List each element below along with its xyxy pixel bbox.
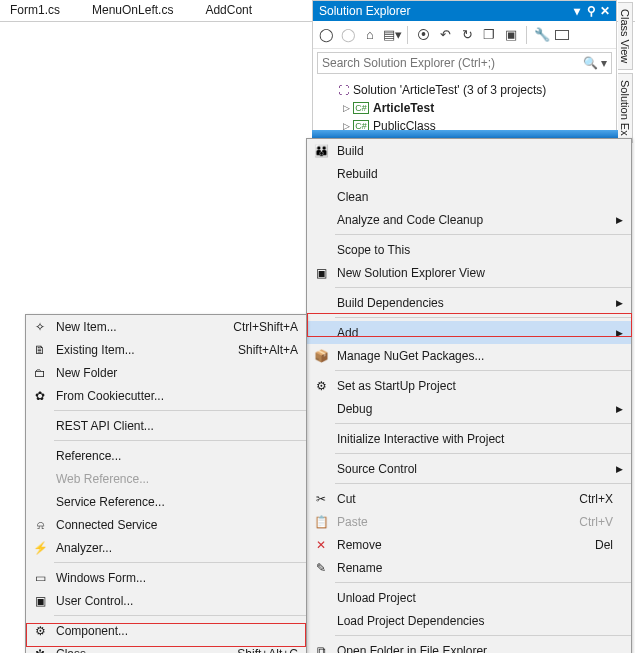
menu-new-item[interactable]: ✧New Item...Ctrl+Shift+A [26, 315, 306, 338]
side-tab-classview[interactable]: Class View [618, 2, 633, 70]
side-tabs: Class View Solution Ex [618, 2, 634, 146]
expand-icon[interactable]: ▷ [343, 103, 353, 113]
pin-icon[interactable]: ⚲ [584, 4, 598, 18]
project-articletest[interactable]: ▷ C# ArticleTest [317, 99, 614, 117]
sync-icon[interactable]: ⦿ [414, 26, 432, 44]
tree-selection-highlight [312, 130, 632, 138]
menu-class[interactable]: ✼Class...Shift+Alt+C [26, 642, 306, 653]
menu-init-interactive[interactable]: Initialize Interactive with Project [307, 427, 631, 450]
tab-addcont[interactable]: AddCont [195, 0, 274, 21]
component-icon: ⚙ [26, 624, 54, 638]
menu-open-folder[interactable]: ⧉Open Folder in File Explorer [307, 639, 631, 653]
class-icon: ✼ [26, 647, 54, 654]
menu-cookiecutter[interactable]: ✿From Cookiecutter... [26, 384, 306, 407]
project-context-menu: 👪Build Rebuild Clean Analyze and Code Cl… [306, 138, 632, 653]
menu-paste: 📋PasteCtrl+V [307, 510, 631, 533]
rename-icon: ✎ [307, 561, 335, 575]
menu-rebuild[interactable]: Rebuild [307, 162, 631, 185]
show-all-icon[interactable]: ▣ [502, 26, 520, 44]
cookiecutter-icon: ✿ [26, 389, 54, 403]
close-icon[interactable]: ✕ [598, 4, 612, 18]
refresh2-icon[interactable]: ↻ [458, 26, 476, 44]
menu-scope[interactable]: Scope to This [307, 238, 631, 261]
search-icon[interactable]: 🔍 ▾ [583, 56, 607, 70]
solution-icon: ⛶ [335, 83, 351, 97]
solution-explorer-search[interactable]: 🔍 ▾ [317, 52, 612, 74]
switch-view-icon[interactable]: ▤▾ [383, 26, 401, 44]
menu-debug[interactable]: Debug▶ [307, 397, 631, 420]
menu-build-deps[interactable]: Build Dependencies▶ [307, 291, 631, 314]
existing-item-icon: 🗎 [26, 343, 54, 357]
tab-menuonleft[interactable]: MenuOnLeft.cs [82, 0, 195, 21]
refresh-icon[interactable]: ↶ [436, 26, 454, 44]
form-icon: ▭ [26, 571, 54, 585]
menu-load-deps[interactable]: Load Project Dependencies [307, 609, 631, 632]
add-submenu: ✧New Item...Ctrl+Shift+A 🗎Existing Item.… [25, 314, 307, 653]
solution-node[interactable]: ⛶ Solution 'ArticleTest' (3 of 3 project… [317, 81, 614, 99]
new-view-icon: ▣ [307, 266, 335, 280]
window-menu-icon[interactable]: ▾ [570, 4, 584, 18]
menu-user-control[interactable]: ▣User Control... [26, 589, 306, 612]
analyzer-icon: ⚡ [26, 541, 54, 555]
solution-explorer-titlebar: Solution Explorer ▾ ⚲ ✕ [313, 1, 616, 21]
menu-service-reference[interactable]: Service Reference... [26, 490, 306, 513]
menu-connected-service[interactable]: ⍾Connected Service [26, 513, 306, 536]
menu-analyzer[interactable]: ⚡Analyzer... [26, 536, 306, 559]
menu-startup[interactable]: ⚙Set as StartUp Project [307, 374, 631, 397]
side-tab-solution[interactable]: Solution Ex [618, 73, 633, 143]
menu-unload[interactable]: Unload Project [307, 586, 631, 609]
new-item-icon: ✧ [26, 320, 54, 334]
home-icon[interactable]: ⌂ [361, 26, 379, 44]
menu-component[interactable]: ⚙Component... [26, 619, 306, 642]
collapse-icon[interactable]: ❐ [480, 26, 498, 44]
menu-cut[interactable]: ✂CutCtrl+X [307, 487, 631, 510]
cut-icon: ✂ [307, 492, 335, 506]
search-input[interactable] [322, 56, 583, 70]
menu-nuget[interactable]: 📦Manage NuGet Packages... [307, 344, 631, 367]
project-label: ArticleTest [373, 101, 434, 115]
new-folder-icon: 🗀 [26, 366, 54, 380]
startup-icon: ⚙ [307, 379, 335, 393]
menu-remove[interactable]: ✕RemoveDel [307, 533, 631, 556]
menu-windows-form[interactable]: ▭Windows Form... [26, 566, 306, 589]
solution-explorer-panel: Solution Explorer ▾ ⚲ ✕ ◯ ◯ ⌂ ▤▾ ⦿ ↶ ↻ ❐… [312, 0, 617, 142]
menu-rest-client[interactable]: REST API Client... [26, 414, 306, 437]
menu-existing-item[interactable]: 🗎Existing Item...Shift+Alt+A [26, 338, 306, 361]
menu-clean[interactable]: Clean [307, 185, 631, 208]
csharp-project-icon: C# [353, 102, 369, 114]
nuget-icon: 📦 [307, 349, 335, 363]
menu-rename[interactable]: ✎Rename [307, 556, 631, 579]
menu-add[interactable]: Add▶ [307, 321, 631, 344]
preview-icon[interactable] [555, 30, 569, 40]
paste-icon: 📋 [307, 515, 335, 529]
properties-icon[interactable]: 🔧 [533, 26, 551, 44]
solution-explorer-toolbar: ◯ ◯ ⌂ ▤▾ ⦿ ↶ ↻ ❐ ▣ 🔧 [313, 21, 616, 49]
menu-web-reference: Web Reference... [26, 467, 306, 490]
forward-icon[interactable]: ◯ [339, 26, 357, 44]
connected-service-icon: ⍾ [26, 518, 54, 532]
back-icon[interactable]: ◯ [317, 26, 335, 44]
user-control-icon: ▣ [26, 594, 54, 608]
menu-build[interactable]: 👪Build [307, 139, 631, 162]
menu-new-folder[interactable]: 🗀New Folder [26, 361, 306, 384]
menu-source-control[interactable]: Source Control▶ [307, 457, 631, 480]
menu-analyze[interactable]: Analyze and Code Cleanup▶ [307, 208, 631, 231]
remove-icon: ✕ [307, 538, 335, 552]
build-icon: 👪 [307, 144, 335, 158]
folder-icon: ⧉ [307, 644, 335, 654]
solution-label: Solution 'ArticleTest' (3 of 3 projects) [353, 83, 546, 97]
menu-new-solution-view[interactable]: ▣New Solution Explorer View [307, 261, 631, 284]
menu-reference[interactable]: Reference... [26, 444, 306, 467]
solution-explorer-title: Solution Explorer [319, 4, 570, 18]
tab-form1[interactable]: Form1.cs [0, 0, 82, 21]
